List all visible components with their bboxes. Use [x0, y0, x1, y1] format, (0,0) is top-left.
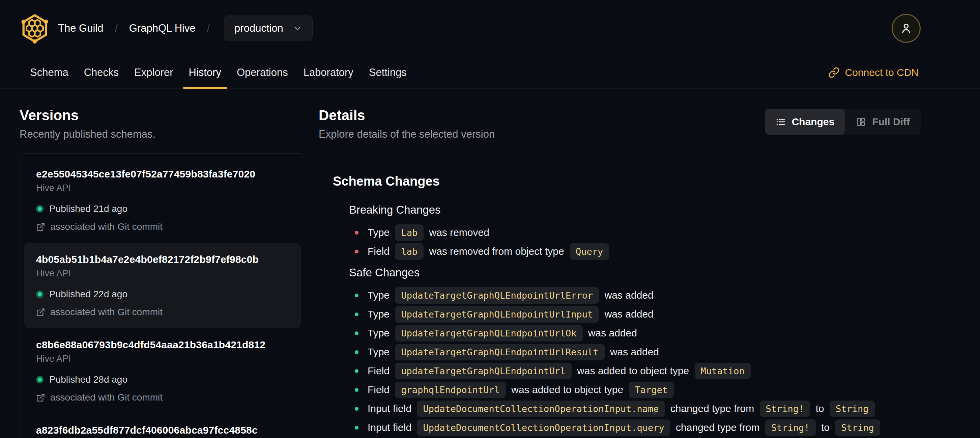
version-item[interactable]: 4b05ab51b1b4a7e2e4b0ef82172f2b9f7ef98c0b… [24, 243, 301, 328]
git-commit-link[interactable]: associated with Git commit [36, 392, 289, 403]
change-list: Type Lab was removed Field lab was remov… [349, 223, 921, 261]
change-text: Field [368, 365, 392, 377]
version-published-label: Published 28d ago [49, 374, 127, 385]
tab-history[interactable]: History [181, 57, 229, 88]
tab-explorer[interactable]: Explorer [126, 57, 181, 88]
chevron-down-icon [293, 24, 302, 33]
published-dot-icon [36, 290, 43, 298]
change-text: Field [368, 246, 392, 257]
version-service: Hive API [36, 183, 289, 193]
schema-change-row: Type Lab was removed [349, 223, 921, 242]
git-commit-link[interactable]: associated with Git commit [36, 307, 289, 317]
change-text: changed type from [673, 422, 762, 433]
bullet-dot-icon [355, 231, 358, 234]
code-chip: UpdateDocumentCollectionOperationInput.n… [417, 401, 665, 417]
tab-laboratory[interactable]: Laboratory [296, 57, 361, 88]
version-status: Published 21d ago [36, 204, 289, 214]
git-commit-label: associated with Git commit [50, 392, 162, 403]
version-service: Hive API [36, 268, 289, 279]
change-row-content: Field lab was removed from object type Q… [368, 243, 612, 260]
code-chip: Target [629, 382, 674, 398]
tab-label: Settings [369, 67, 407, 78]
tab-settings[interactable]: Settings [361, 57, 414, 88]
code-chip: Query [570, 243, 609, 260]
change-row-content: Field graphqlEndpointUrl was added to ob… [368, 382, 676, 398]
change-group: Safe Changes Type UpdateTargetGraphQLEnd… [349, 266, 921, 437]
tab-label: Laboratory [304, 67, 353, 78]
tab-label: Schema [30, 67, 68, 78]
change-text: was added [585, 327, 637, 339]
change-text: Type [368, 346, 392, 358]
version-published-label: Published 21d ago [49, 204, 127, 214]
version-item[interactable]: a823f6db2a55df877dcf406006abca97fcc4858c… [24, 414, 301, 438]
version-service: Hive API [36, 354, 289, 364]
bullet-dot-icon [355, 293, 358, 297]
schema-change-row: Field updateTargetGraphQLEndpointUrl was… [349, 362, 921, 380]
change-text: was removed [426, 227, 489, 238]
full-diff-view-label: Full Diff [872, 116, 910, 127]
bullet-dot-icon [355, 331, 358, 335]
change-text: to [813, 403, 827, 414]
schema-change-row: Type UpdateTargetGraphQLEndpointUrlError… [349, 286, 921, 305]
version-hash: e2e55045345ce13fe07f52a77459b83fa3fe7020 [36, 168, 289, 180]
versions-subtitle: Recently published schemas. [19, 128, 305, 140]
bullet-dot-icon [355, 369, 358, 373]
code-chip: UpdateDocumentCollectionOperationInput.q… [417, 419, 670, 436]
external-link-icon [36, 308, 45, 317]
breadcrumb-org[interactable]: The Guild [58, 22, 103, 34]
user-avatar-button[interactable] [892, 14, 921, 43]
change-row-content: Type UpdateTargetGraphQLEndpointUrlOk wa… [368, 325, 637, 341]
version-hash: 4b05ab51b1b4a7e2e4b0ef82172f2b9f7ef98c0b [36, 254, 289, 265]
git-commit-label: associated with Git commit [50, 307, 162, 317]
code-chip: updateTargetGraphQLEndpointUrl [395, 363, 572, 379]
version-item[interactable]: c8b6e88a06793b9c4dfd54aaa21b36a1b421d812… [24, 328, 301, 414]
change-groups: Breaking Changes Type Lab was removed Fi… [333, 204, 921, 437]
link-icon [828, 67, 840, 78]
change-text: to [818, 422, 833, 433]
bullet-dot-icon [355, 312, 358, 316]
change-row-content: Field updateTargetGraphQLEndpointUrl was… [368, 363, 753, 379]
tab-checks[interactable]: Checks [76, 57, 126, 88]
connect-to-cdn-button[interactable]: Connect to CDN [826, 67, 921, 79]
git-commit-link[interactable]: associated with Git commit [36, 221, 289, 232]
full-diff-view-button[interactable]: Full Diff [845, 109, 921, 135]
version-hash: a823f6db2a55df877dcf406006abca97fcc4858c [36, 425, 289, 436]
tab-operations[interactable]: Operations [229, 57, 296, 88]
schema-change-row: Input field UpdateDocumentCollectionOper… [349, 399, 921, 418]
change-row-content: Type UpdateTargetGraphQLEndpointUrlInput… [368, 306, 654, 323]
change-text: Input field [368, 403, 414, 414]
change-text: was removed from object type [426, 246, 567, 257]
tabs-row: SchemaChecksExplorerHistoryOperationsLab… [0, 57, 980, 89]
hive-logo-icon[interactable] [19, 13, 50, 43]
user-icon [899, 21, 913, 35]
code-chip: String [835, 419, 880, 436]
change-group-title: Safe Changes [349, 266, 921, 279]
tab-label: Checks [84, 67, 119, 78]
versions-title: Versions [19, 107, 305, 124]
tab-schema[interactable]: Schema [22, 57, 76, 88]
external-link-icon [36, 222, 45, 231]
schema-changes-section: Schema Changes Breaking Changes Type Lab… [319, 174, 921, 437]
version-item[interactable]: e2e55045345ce13fe07f52a77459b83fa3fe7020… [24, 158, 301, 243]
change-row-content: Type UpdateTargetGraphQLEndpointUrlError… [368, 287, 654, 304]
schema-changes-title: Schema Changes [333, 174, 921, 189]
change-text: Field [368, 384, 392, 395]
breadcrumb-separator: / [207, 22, 210, 34]
schema-change-row: Type UpdateTargetGraphQLEndpointUrlResul… [349, 342, 921, 362]
change-text: Type [368, 327, 392, 339]
change-text: was added to object type [509, 384, 626, 395]
version-status: Published 28d ago [36, 374, 289, 385]
target-selector-dropdown[interactable]: production [224, 16, 313, 41]
change-list: Type UpdateTargetGraphQLEndpointUrlError… [349, 286, 921, 437]
change-row-content: Type UpdateTargetGraphQLEndpointUrlResul… [368, 344, 659, 360]
schema-change-row: Input field UpdateDocumentCollectionOper… [349, 418, 921, 437]
code-chip: Lab [395, 225, 423, 241]
code-chip: String! [760, 401, 810, 417]
changes-view-button[interactable]: Changes [765, 109, 845, 135]
breadcrumb-project[interactable]: GraphQL Hive [129, 22, 196, 34]
schema-change-row: Field lab was removed from object type Q… [349, 242, 921, 261]
tab-label: History [189, 67, 221, 78]
published-dot-icon [36, 376, 43, 383]
change-text: Input field [368, 422, 414, 433]
bullet-dot-icon [355, 388, 358, 392]
